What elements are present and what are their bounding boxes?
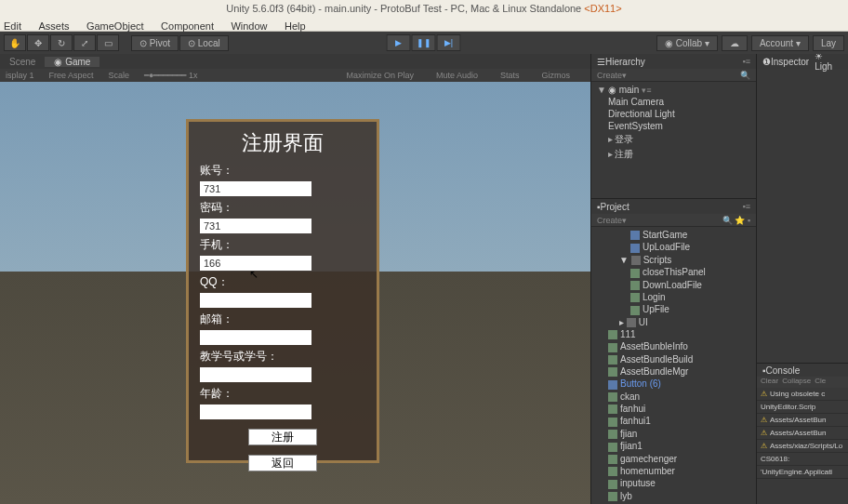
warning-icon: ⚠ [761, 442, 767, 450]
tab-scene[interactable]: Scene [0, 57, 45, 67]
console-entry[interactable]: UnityEditor.Scrip [757, 401, 848, 414]
password-label: 密码： [200, 200, 365, 216]
project-item[interactable]: fjian [593, 428, 754, 440]
console-entry[interactable]: ⚠Assets/AssetBun [757, 414, 848, 427]
back-button[interactable]: 返回 [248, 455, 317, 471]
cloud-icon[interactable]: ☁ [722, 35, 748, 51]
hierarchy-item[interactable]: ▸注册 [593, 147, 754, 162]
project-item[interactable]: fanhui1 [593, 415, 754, 427]
project-item[interactable]: Button (6) [593, 378, 754, 390]
register-title: 注册界面 [200, 129, 365, 157]
student-input[interactable] [200, 367, 311, 382]
project-item[interactable]: fanhui [593, 403, 754, 415]
hierarchy-tab[interactable]: ☰ Hierarchy▪≡ [591, 54, 756, 69]
pivot-toggle[interactable]: ⊙ Pivot [131, 35, 179, 51]
console-clear[interactable]: Clear [761, 377, 778, 388]
hierarchy-item[interactable]: ▸登录 [593, 132, 754, 147]
menu-help[interactable]: Help [285, 20, 306, 32]
project-item[interactable]: fjian1 [593, 440, 754, 452]
project-item[interactable]: 111 [593, 328, 754, 340]
project-item[interactable]: ▸ UI [593, 316, 754, 328]
email-label: 邮箱： [200, 312, 365, 327]
age-input[interactable] [200, 405, 311, 419]
layers-dropdown[interactable]: Lay [813, 35, 844, 51]
hierarchy-item[interactable]: Directional Light [593, 108, 754, 120]
cs-icon [630, 293, 640, 302]
project-item[interactable]: closeThisPanel [593, 266, 754, 278]
prefab-icon [608, 380, 617, 390]
rect-tool-icon[interactable]: ▭ [97, 34, 119, 51]
menu-component[interactable]: Component [161, 20, 214, 32]
step-button[interactable]: ▶| [437, 34, 461, 51]
scale-tool-icon[interactable]: ⤢ [73, 34, 96, 51]
pause-button[interactable]: ❚❚ [412, 34, 436, 51]
game-viewport: 注册界面 账号： 密码： 手机： QQ： 邮箱： 教学号或学号： 年龄： 注册 … [0, 82, 590, 504]
hierarchy-item[interactable]: EventSystem [593, 120, 754, 132]
project-item[interactable]: ckan [593, 391, 754, 403]
project-item[interactable]: DownLoadFile [593, 279, 754, 291]
project-item[interactable]: StartGame [593, 229, 754, 241]
project-tab[interactable]: ▪ Project▪≡ [591, 199, 756, 214]
project-item[interactable]: homenumber [593, 465, 754, 477]
account-input[interactable] [200, 181, 311, 196]
tab-game[interactable]: ◉ Game [45, 57, 99, 67]
gizmos-dropdown[interactable]: Gizmos [541, 71, 570, 80]
project-item[interactable]: AssetBundleBuild [593, 353, 754, 365]
rotate-tool-icon[interactable]: ↻ [50, 34, 73, 51]
qq-input[interactable] [200, 293, 311, 308]
display-dropdown[interactable]: isplay 1 [6, 71, 34, 80]
age-label: 年龄： [200, 386, 365, 402]
aspect-dropdown[interactable]: Free Aspect [49, 71, 94, 80]
menu-edit[interactable]: Edit [4, 20, 21, 32]
cs-icon [608, 443, 617, 452]
project-item[interactable]: UpFile [593, 303, 754, 315]
console-cle[interactable]: Cle [815, 377, 826, 388]
scale-slider[interactable]: ━●━━━━━━━ 1x [144, 71, 212, 80]
inspector-tab[interactable]: ❶ Inspector ☀ Ligh [757, 54, 848, 69]
mute-toggle[interactable]: Mute Audio [436, 71, 478, 80]
phone-input[interactable] [200, 256, 311, 271]
register-button[interactable]: 注册 [248, 429, 317, 445]
local-toggle[interactable]: ⊙ Local [179, 35, 229, 51]
project-item[interactable]: AssetBunbleInfo [593, 340, 754, 352]
warning-icon: ⚠ [761, 390, 767, 398]
console-entry[interactable]: 'UnityEngine.Applicati [757, 466, 848, 479]
maximize-toggle[interactable]: Maximize On Play [346, 71, 414, 80]
hierarchy-item[interactable]: Main Camera [593, 96, 754, 108]
stats-toggle[interactable]: Stats [500, 71, 520, 80]
qq-label: QQ： [200, 274, 365, 290]
console-entry[interactable]: ⚠Using obsolete c [757, 388, 848, 401]
project-item[interactable]: lyb [593, 490, 754, 502]
hand-tool-icon[interactable]: ✋ [4, 34, 26, 51]
menu-gameobject[interactable]: GameObject [86, 20, 144, 32]
project-create[interactable]: Create [597, 216, 622, 225]
cs-icon [630, 306, 640, 315]
collab-dropdown[interactable]: ◉ Collab ▾ [656, 35, 718, 51]
cs-icon [608, 455, 617, 464]
prefab-icon [630, 244, 640, 253]
project-item[interactable]: gamechenger [593, 453, 754, 465]
cs-icon [608, 467, 617, 476]
account-dropdown[interactable]: Account ▾ [751, 35, 809, 51]
console-collapse[interactable]: Collapse [782, 377, 811, 388]
email-input[interactable] [200, 330, 311, 345]
project-item[interactable]: AssetBundleMgr [593, 365, 754, 378]
console-tab[interactable]: ▪ Console [757, 364, 848, 377]
view-tabs: Scene ◉ Game [0, 54, 590, 69]
project-item[interactable]: Login [593, 291, 754, 303]
cs-icon [608, 343, 617, 352]
hierarchy-create[interactable]: Create [597, 71, 622, 80]
console-entry[interactable]: CS0618: [757, 453, 848, 466]
project-item[interactable]: inputuse [593, 477, 754, 489]
prefab-icon [630, 231, 640, 240]
menu-assets[interactable]: Assets [38, 20, 69, 32]
move-tool-icon[interactable]: ✥ [27, 34, 49, 51]
project-item[interactable]: ▼ Scripts [593, 254, 754, 266]
project-item[interactable]: UpLoadFile [593, 241, 754, 253]
menu-window[interactable]: Window [231, 20, 267, 32]
console-entry[interactable]: ⚠Assets/AssetBun [757, 427, 848, 440]
console-entry[interactable]: ⚠Assets/xiaz/Scripts/Lo [757, 440, 848, 453]
play-button[interactable]: ▶ [387, 34, 411, 51]
scene-node[interactable]: ▼◉ main ▾≡ [593, 84, 754, 96]
password-input[interactable] [200, 219, 311, 233]
